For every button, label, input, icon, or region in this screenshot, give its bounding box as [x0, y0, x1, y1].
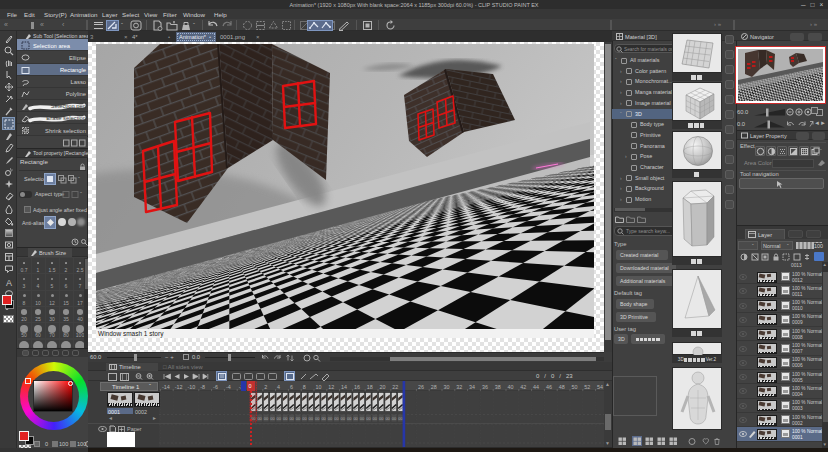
svg-text:00: 00: [315, 416, 320, 421]
svg-text:38: 38: [495, 384, 501, 390]
svg-text:A: A: [6, 277, 12, 287]
svg-text:34: 34: [469, 384, 475, 390]
svg-text:00: 00: [264, 416, 269, 421]
svg-text:00: 00: [373, 416, 378, 421]
svg-text:00: 00: [360, 416, 365, 421]
svg-text:52: 52: [584, 384, 590, 390]
svg-text:00: 00: [289, 416, 294, 421]
svg-text:-10: -10: [188, 384, 196, 390]
svg-text:14: 14: [341, 384, 347, 390]
svg-text:6: 6: [290, 384, 293, 390]
svg-text:00: 00: [379, 416, 384, 421]
svg-text:00: 00: [302, 416, 307, 421]
svg-text:42: 42: [520, 384, 526, 390]
svg-text:20: 20: [380, 384, 386, 390]
svg-text:00: 00: [392, 416, 397, 421]
svg-text:00: 00: [270, 416, 275, 421]
svg-text:46: 46: [546, 384, 552, 390]
svg-text:32: 32: [456, 384, 462, 390]
svg-text:4: 4: [277, 384, 280, 390]
svg-text:30: 30: [444, 384, 450, 390]
svg-text:-6: -6: [213, 384, 218, 390]
svg-text:18: 18: [367, 384, 373, 390]
svg-text:16: 16: [354, 384, 360, 390]
svg-text:00: 00: [334, 416, 339, 421]
svg-text:54: 54: [597, 384, 603, 390]
svg-text:00: 00: [328, 416, 333, 421]
svg-text:00: 00: [347, 416, 352, 421]
svg-text:48: 48: [559, 384, 565, 390]
svg-text:00: 00: [309, 416, 314, 421]
svg-text:00: 00: [296, 416, 301, 421]
svg-text:22: 22: [392, 384, 398, 390]
svg-text:-4: -4: [226, 384, 231, 390]
svg-text:-8: -8: [200, 384, 205, 390]
svg-text:00: 00: [283, 416, 288, 421]
svg-text:Window smash 1 story: Window smash 1 story: [98, 330, 164, 338]
svg-text:2: 2: [264, 384, 267, 390]
svg-text:-14: -14: [162, 384, 170, 390]
svg-text:10: 10: [316, 384, 322, 390]
svg-text:00: 00: [353, 416, 358, 421]
svg-text:28: 28: [431, 384, 437, 390]
svg-text:-12: -12: [175, 384, 183, 390]
svg-text:50: 50: [572, 384, 578, 390]
svg-text:12: 12: [328, 384, 334, 390]
svg-text:00: 00: [257, 416, 262, 421]
svg-text:40: 40: [508, 384, 514, 390]
svg-text:00: 00: [321, 416, 326, 421]
svg-text:36: 36: [482, 384, 488, 390]
svg-text:44: 44: [533, 384, 539, 390]
svg-text:00: 00: [277, 416, 282, 421]
svg-text:26: 26: [418, 384, 424, 390]
svg-text:00: 00: [366, 416, 371, 421]
svg-text:8: 8: [303, 384, 306, 390]
svg-text:00: 00: [385, 416, 390, 421]
svg-text:00: 00: [341, 416, 346, 421]
